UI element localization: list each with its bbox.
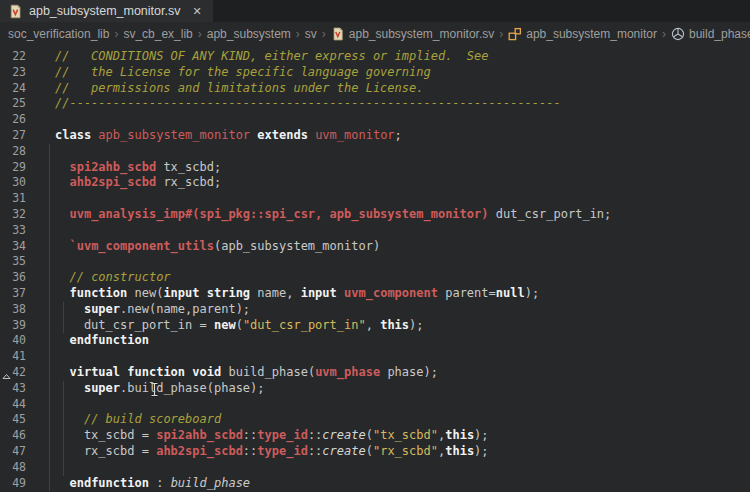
code-line[interactable]: 45 // build scoreboard bbox=[0, 412, 750, 428]
code-line[interactable]: 34 `uvm_component_utils(apb_subsystem_mo… bbox=[0, 239, 750, 255]
tab-apb-subsystem-monitor[interactable]: apb_subsystem_monitor.sv ✕ bbox=[0, 0, 213, 22]
code-text: // permissions and limitations under the… bbox=[55, 81, 423, 97]
breadcrumb-item-soc-verification-lib[interactable]: soc_verification_lib bbox=[8, 27, 109, 41]
indent-guide bbox=[49, 239, 50, 255]
code-line[interactable]: 32 uvm_analysis_imp#(spi_pkg::spi_csr, a… bbox=[0, 207, 750, 223]
line-number: 42 bbox=[0, 365, 26, 381]
code-line[interactable]: 43 super.build_phase(phase); bbox=[0, 381, 750, 397]
code-line[interactable]: 46 tx_scbd = spi2ahb_scbd::type_id::crea… bbox=[0, 428, 750, 444]
code-text: // constructor bbox=[55, 270, 171, 286]
code-editor-window: apb_subsystem_monitor.sv ✕ soc_verificat… bbox=[0, 0, 750, 492]
indent-guide bbox=[49, 302, 50, 318]
line-number: 45 bbox=[0, 412, 26, 428]
code-line[interactable]: 48 bbox=[0, 460, 750, 476]
code-line[interactable]: 37 function new(input string name, input… bbox=[0, 286, 750, 302]
code-line[interactable]: 25//------------------------------------… bbox=[0, 96, 750, 112]
indent-guide bbox=[49, 223, 50, 239]
code-text: // CONDITIONS OF ANY KIND, either expres… bbox=[55, 49, 488, 65]
chevron-right-icon: › bbox=[296, 27, 300, 41]
line-number: 44 bbox=[0, 397, 26, 413]
indent-guide bbox=[49, 476, 50, 492]
breadcrumb-item-sv-cb-ex-lib[interactable]: sv_cb_ex_lib bbox=[123, 27, 192, 41]
sv-file-icon bbox=[8, 4, 23, 19]
breadcrumb-label: sv bbox=[305, 27, 317, 41]
breadcrumb-label: soc_verification_lib bbox=[8, 27, 109, 41]
breadcrumb-item-build-phase-[interactable]: build_phase() bbox=[671, 27, 750, 41]
code-text: ahb2spi_scbd rx_scbd; bbox=[55, 175, 221, 191]
line-number: 30 bbox=[0, 175, 26, 191]
close-icon[interactable]: ✕ bbox=[190, 5, 203, 18]
chevron-right-icon: › bbox=[499, 27, 503, 41]
code-line[interactable]: 49 endfunction : build_phase bbox=[0, 476, 750, 492]
indent-guide bbox=[49, 444, 50, 460]
line-number: 25 bbox=[0, 96, 26, 112]
code-text: rx_scbd = ahb2spi_scbd::type_id::create(… bbox=[55, 444, 489, 460]
line-number: 28 bbox=[0, 144, 26, 160]
line-number: 35 bbox=[0, 254, 26, 270]
code-line[interactable]: 41 bbox=[0, 349, 750, 365]
code-line[interactable]: 47 rx_scbd = ahb2spi_scbd::type_id::crea… bbox=[0, 444, 750, 460]
line-number: 27 bbox=[0, 128, 26, 144]
line-number: 43 bbox=[0, 381, 26, 397]
chevron-right-icon: › bbox=[322, 27, 326, 41]
line-number: 23 bbox=[0, 65, 26, 81]
line-number: 33 bbox=[0, 223, 26, 239]
code-text: `uvm_component_utils(apb_subsystem_monit… bbox=[55, 239, 380, 255]
code-line[interactable]: 28 bbox=[0, 144, 750, 160]
code-line[interactable]: 38 super.new(name,parent); bbox=[0, 302, 750, 318]
sv-file-icon bbox=[331, 27, 345, 41]
line-number: 26 bbox=[0, 112, 26, 128]
indent-guide bbox=[63, 397, 64, 413]
breadcrumb-label: build_phase() bbox=[689, 27, 750, 41]
code-text: endfunction : build_phase bbox=[55, 476, 250, 492]
line-number: 34 bbox=[0, 239, 26, 255]
breadcrumb-item-sv[interactable]: sv bbox=[305, 27, 317, 41]
code-line[interactable]: 22// CONDITIONS OF ANY KIND, either expr… bbox=[0, 49, 750, 65]
code-line[interactable]: 40 endfunction bbox=[0, 333, 750, 349]
code-text: //--------------------------------------… bbox=[55, 96, 561, 112]
line-number: 24 bbox=[0, 81, 26, 97]
code-line[interactable]: 42 virtual function void build_phase(uvm… bbox=[0, 365, 750, 381]
indent-guide bbox=[49, 144, 50, 160]
code-line[interactable]: 27class apb_subsystem_monitor extends uv… bbox=[0, 128, 750, 144]
tab-bar: apb_subsystem_monitor.sv ✕ bbox=[0, 0, 750, 22]
chevron-right-icon: › bbox=[114, 27, 118, 41]
code-line[interactable]: 31 bbox=[0, 191, 750, 207]
code-line[interactable]: 26 bbox=[0, 112, 750, 128]
line-number: 38 bbox=[0, 302, 26, 318]
code-line[interactable]: 30 ahb2spi_scbd rx_scbd; bbox=[0, 175, 750, 191]
code-line[interactable]: 23// the License for the specific langua… bbox=[0, 65, 750, 81]
indent-guide bbox=[49, 381, 50, 397]
breadcrumb-label: sv_cb_ex_lib bbox=[123, 27, 192, 41]
code-text: tx_scbd = spi2ahb_scbd::type_id::create(… bbox=[55, 428, 489, 444]
chevron-right-icon: › bbox=[662, 27, 666, 41]
code-line[interactable]: 44 bbox=[0, 397, 750, 413]
code-text: endfunction bbox=[55, 333, 149, 349]
breadcrumb-item-apb-subsystem-monitor[interactable]: apb_subsystem_monitor bbox=[508, 27, 657, 41]
indent-guide bbox=[49, 397, 50, 413]
code-area[interactable]: 22// CONDITIONS OF ANY KIND, either expr… bbox=[0, 45, 750, 492]
code-text: spi2ahb_scbd tx_scbd; bbox=[55, 160, 221, 176]
code-line[interactable]: 33 bbox=[0, 223, 750, 239]
code-text: function new(input string name, input uv… bbox=[55, 286, 539, 302]
line-number: 37 bbox=[0, 286, 26, 302]
breadcrumb-item-apb-subsystem[interactable]: apb_subsystem bbox=[207, 27, 291, 41]
indent-guide bbox=[49, 286, 50, 302]
line-number: 31 bbox=[0, 191, 26, 207]
indent-guide bbox=[49, 270, 50, 286]
line-number: 47 bbox=[0, 444, 26, 460]
breadcrumb-item-apb-subsystem-monitor-sv[interactable]: apb_subsystem_monitor.sv bbox=[331, 27, 494, 41]
line-number: 46 bbox=[0, 428, 26, 444]
code-line[interactable]: 35 bbox=[0, 254, 750, 270]
code-line[interactable]: 36 // constructor bbox=[0, 270, 750, 286]
indent-guide bbox=[49, 412, 50, 428]
indent-guide bbox=[49, 428, 50, 444]
indent-guide bbox=[49, 191, 50, 207]
code-line[interactable]: 24// permissions and limitations under t… bbox=[0, 81, 750, 97]
tab-label: apb_subsystem_monitor.sv bbox=[29, 4, 180, 18]
code-text: super.new(name,parent); bbox=[55, 302, 250, 318]
code-line[interactable]: 29 spi2ahb_scbd tx_scbd; bbox=[0, 160, 750, 176]
code-text: uvm_analysis_imp#(spi_pkg::spi_csr, apb_… bbox=[55, 207, 611, 223]
breadcrumb-label: apb_subsystem_monitor bbox=[526, 27, 657, 41]
code-line[interactable]: 39 dut_csr_port_in = new("dut_csr_port_i… bbox=[0, 318, 750, 334]
